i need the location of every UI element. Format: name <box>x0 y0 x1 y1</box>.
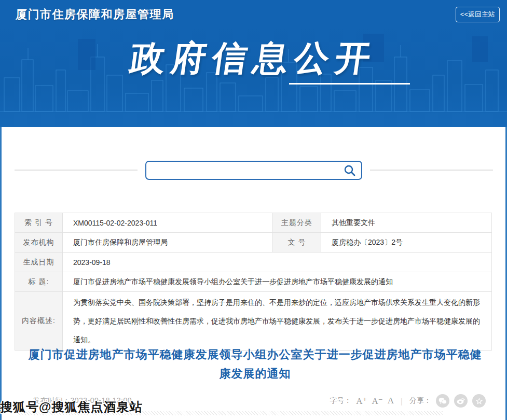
topic-category-value: 其他重要文件 <box>321 213 492 233</box>
divider-line-left <box>15 170 138 171</box>
star-icon[interactable] <box>472 394 486 408</box>
search-row <box>2 161 505 180</box>
content-summary-value: 为贯彻落实党中央、国务院决策部署，坚持房子是用来住的、不是用来炒的定位，适应房地… <box>63 292 492 351</box>
table-row: 发布机构 厦门市住房保障和房屋管理局 文 号 厦房稳办〔2023〕2号 <box>15 233 492 253</box>
meta-controls: 字号： A⁺ A⁻ A | 分享： <box>330 394 493 408</box>
weibo-icon[interactable] <box>454 394 468 408</box>
table-row: 生成日期 2023-09-18 <box>15 253 492 272</box>
table-row: 内容概述: 为贯彻落实党中央、国务院决策部署，坚持房子是用来住的、不是用来炒的定… <box>15 292 492 351</box>
title-value: 厦门市促进房地产市场平稳健康发展领导小组办公室关于进一步促进房地产市场平稳健康发… <box>63 272 492 292</box>
font-decrease-button[interactable]: A⁻ <box>372 396 383 407</box>
divider-line-right <box>370 170 493 171</box>
issuing-agency-value: 厦门市住房保障和房屋管理局 <box>63 233 273 253</box>
generation-date-value: 2023-09-18 <box>63 253 492 272</box>
search-icon[interactable] <box>344 164 356 177</box>
title-label: 标 题: <box>15 272 63 292</box>
banner: 政府信息公开 <box>0 29 507 127</box>
issuing-agency-label: 发布机构 <box>15 233 63 253</box>
index-number-value: XM00115-02-02-2023-011 <box>63 213 273 233</box>
document-number-label: 文 号 <box>273 233 321 253</box>
content-area: 索 引 号 XM00115-02-02-2023-011 主题分类 其他重要文件… <box>0 127 507 420</box>
document-info-table: 索 引 号 XM00115-02-02-2023-011 主题分类 其他重要文件… <box>15 213 492 351</box>
page: 厦门市住房保障和房屋管理局 <<返回主站 <box>0 0 507 420</box>
generation-date-label: 生成日期 <box>15 253 63 272</box>
wechat-icon[interactable] <box>436 394 449 408</box>
share-label: 分享： <box>409 396 431 405</box>
site-title: 厦门市住房保障和房屋管理局 <box>16 7 174 22</box>
search-input[interactable] <box>146 162 361 179</box>
table-row: 标 题: 厦门市促进房地产市场平稳健康发展领导小组办公室关于进一步促进房地产市场… <box>15 272 492 292</box>
table-row: 索 引 号 XM00115-02-02-2023-011 主题分类 其他重要文件 <box>15 213 492 233</box>
document-number-value: 厦房稳办〔2023〕2号 <box>321 233 492 253</box>
watermark-text: 搜狐号@搜狐焦点酒泉站 <box>0 399 142 415</box>
top-header: 厦门市住房保障和房屋管理局 <<返回主站 <box>0 0 507 29</box>
font-reset-button[interactable]: A <box>388 396 394 406</box>
article-title: 厦门市促进房地产市场平稳健康发展领导小组办公室关于进一步促进房地产市场平稳健康发… <box>25 345 485 383</box>
index-number-label: 索 引 号 <box>15 213 63 233</box>
font-size-label: 字号： <box>330 396 351 405</box>
topic-category-label: 主题分类 <box>273 213 321 233</box>
font-increase-button[interactable]: A⁺ <box>356 396 367 407</box>
meta-divider: | <box>399 397 405 405</box>
banner-title: 政府信息公开 <box>0 35 507 82</box>
search-box <box>145 161 362 180</box>
content-summary-label: 内容概述: <box>15 292 63 351</box>
banner-underline <box>289 83 410 85</box>
back-to-main-site-button[interactable]: <<返回主站 <box>456 7 500 22</box>
